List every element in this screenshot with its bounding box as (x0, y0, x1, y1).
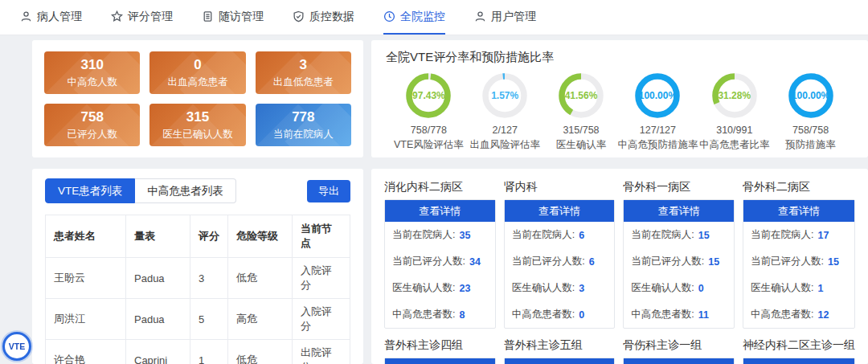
patient-table-header-row: 患者姓名 量表 评分 危险等级 当前节点 (46, 215, 350, 258)
nav-item-label: 评分管理 (128, 10, 173, 24)
cell-current-node: 入院评分 (293, 299, 350, 340)
dept-box: 查看详情 当前在院病人:35 当前已评分人数:34 医生确认人数:23 中高危患… (384, 199, 496, 329)
stat-value: 3 (256, 57, 351, 73)
user-icon (474, 10, 486, 22)
donut-doctor-confirm-rate: 41.56% 315/758 医生确认率 (543, 72, 620, 152)
cell-scale: Padua (126, 299, 190, 340)
stat-value: 758 (44, 109, 140, 125)
view-detail-button[interactable]: 查看详情 (505, 200, 615, 222)
export-button[interactable]: 导出 (307, 180, 350, 202)
stat-card-scored: 758 已评分人数 (44, 104, 140, 146)
stat-card-doctor-confirmed: 315 医生已确认人数 (149, 104, 245, 146)
vte-floating-badge[interactable]: VTE (2, 332, 31, 361)
clipboard-icon (202, 10, 214, 22)
dept-card-orthopedics-2: 骨外科二病区 查看详情 当前在院病人:17 当前已评分人数:15 医生确认人数:… (743, 177, 855, 335)
donut-label: VTE风险评估率 (394, 138, 464, 152)
metric-in-hospital: 当前在院病人:6 (505, 222, 615, 248)
shield-check-icon (293, 10, 305, 22)
stat-card-in-hospital: 778 当前在院病人 (256, 104, 351, 146)
tab-vte-patient-list[interactable]: VTE患者列表 (45, 178, 135, 203)
table-row[interactable]: 周洪江 Padua 5 高危 入院评分 (46, 299, 350, 340)
stat-label: 出血高危患者 (149, 76, 245, 89)
donut-fraction: 2/127 (493, 125, 518, 136)
dept-box: 查看详情 (504, 358, 616, 364)
cell-current-node: 出院评分 (293, 340, 350, 364)
cell-patient-name: 许合艳 (46, 340, 126, 364)
cell-scale: Caprini (126, 340, 190, 364)
view-detail-button[interactable]: 查看详情 (624, 200, 734, 222)
metric-doctor-confirmed: 医生确认人数:3 (505, 275, 615, 301)
metric-mid-high-risk: 中高危患者数:11 (624, 301, 734, 328)
nav-item-user-management[interactable]: 用户管理 (474, 0, 536, 35)
view-detail-button[interactable]: 查看详情 (624, 358, 734, 364)
metric-scored: 当前已评分人数:6 (505, 248, 615, 275)
star-icon (111, 10, 123, 22)
col-header-scale: 量表 (126, 215, 190, 258)
monitor-clock-icon (383, 10, 395, 22)
nav-item-score-management[interactable]: 评分管理 (111, 0, 173, 35)
cell-risk-level: 低危 (228, 258, 293, 299)
metric-doctor-confirmed: 医生确认人数:1 (743, 275, 854, 301)
dept-name: 消化内科二病区 (384, 180, 496, 194)
nav-item-patient-management[interactable]: 病人管理 (20, 0, 82, 35)
stat-label: 已评分人数 (44, 128, 140, 141)
nav-item-label: 用户管理 (491, 10, 536, 24)
donut-label: 预防措施率 (785, 138, 836, 152)
view-detail-button[interactable]: 查看详情 (505, 358, 615, 364)
cell-patient-name: 周洪江 (46, 299, 126, 340)
dept-box: 查看详情 (743, 358, 855, 364)
rate-panel-title: 全院VTE评分率和预防措施比率 (386, 50, 854, 65)
nav-item-quality-data[interactable]: 质控数据 (293, 0, 354, 35)
view-detail-button[interactable]: 查看详情 (385, 358, 495, 364)
dept-card-neurology-2: 神经内科二区主诊一组 查看详情 (743, 335, 855, 364)
dept-name: 普外科主诊四组 (384, 338, 496, 353)
stat-cards-panel: 310 中高危人数 0 出血高危患者 3 出血低危患者 758 已评分人数 31… (32, 40, 363, 157)
metric-scored: 当前已评分人数:34 (385, 248, 495, 275)
stat-card-bleed-high-risk: 0 出血高危患者 (149, 51, 245, 94)
donut-fraction: 127/127 (640, 125, 676, 136)
metric-doctor-confirmed: 医生确认人数:0 (624, 275, 734, 301)
stat-label: 中高危人数 (44, 76, 140, 89)
donut-fraction: 758/778 (411, 125, 447, 136)
cell-score: 1 (190, 340, 228, 364)
col-header-score: 评分 (190, 215, 228, 258)
metric-in-hospital: 当前在院病人:35 (385, 222, 495, 248)
view-detail-button[interactable]: 查看详情 (385, 200, 495, 222)
dept-box: 查看详情 当前在院病人:6 当前已评分人数:6 医生确认人数:3 中高危患者数:… (504, 199, 616, 329)
stat-label: 出血低危患者 (256, 76, 351, 89)
table-row[interactable]: 许合艳 Caprini 1 低危 出院评分 (46, 340, 350, 364)
donut-mid-high-prevention-rate: 100.00% 127/127 中高危预防措施率 (619, 72, 696, 152)
cell-scale: Padua (126, 258, 190, 299)
cell-score: 5 (190, 299, 228, 340)
view-detail-button[interactable]: 查看详情 (743, 358, 854, 364)
nav-item-hospital-monitor[interactable]: 全院监控 (383, 0, 445, 35)
dept-name: 肾内科 (504, 180, 616, 194)
donut-label: 中高危患者比率 (699, 138, 770, 152)
nav-item-label: 质控数据 (309, 10, 354, 24)
department-cards-panel: 消化内科二病区 查看详情 当前在院病人:35 当前已评分人数:34 医生确认人数… (371, 169, 868, 364)
view-detail-button[interactable]: 查看详情 (743, 200, 854, 222)
donut-fraction: 310/991 (716, 125, 752, 136)
patient-table: 患者姓名 量表 评分 危险等级 当前节点 王盼云 Padua 3 低危 入院评分… (45, 215, 350, 364)
stat-value: 310 (44, 57, 140, 73)
stat-value: 315 (149, 109, 245, 125)
donut-chart: 97.43% (405, 72, 452, 119)
user-icon (20, 10, 32, 22)
donut-percent: 41.56% (558, 72, 604, 119)
donut-bleed-risk-rate: 1.57% 2/127 出血风险评估率 (467, 72, 543, 152)
donut-fraction: 315/758 (563, 125, 599, 136)
donut-prevention-rate: 100.00% 758/758 预防措施率 (772, 72, 849, 152)
dept-box: 查看详情 (623, 358, 735, 364)
dept-box: 查看详情 当前在院病人:17 当前已评分人数:15 医生确认人数:1 中高危患者… (743, 199, 855, 329)
nav-item-followup-management[interactable]: 随访管理 (202, 0, 264, 35)
stat-card-bleed-low-risk: 3 出血低危患者 (256, 51, 351, 94)
tab-mid-high-risk-list[interactable]: 中高危患者列表 (135, 178, 236, 203)
donut-label: 医生确认率 (556, 138, 607, 152)
stat-value: 0 (149, 57, 245, 73)
table-row[interactable]: 王盼云 Padua 3 低危 入院评分 (46, 258, 350, 299)
dept-card-nephrology: 肾内科 查看详情 当前在院病人:6 当前已评分人数:6 医生确认人数:3 中高危… (504, 177, 616, 335)
donut-chart: 31.28% (711, 72, 758, 119)
metric-scored: 当前已评分人数:15 (743, 248, 854, 275)
col-header-current-node: 当前节点 (293, 215, 350, 258)
dept-name: 骨伤科主诊一组 (623, 338, 735, 353)
